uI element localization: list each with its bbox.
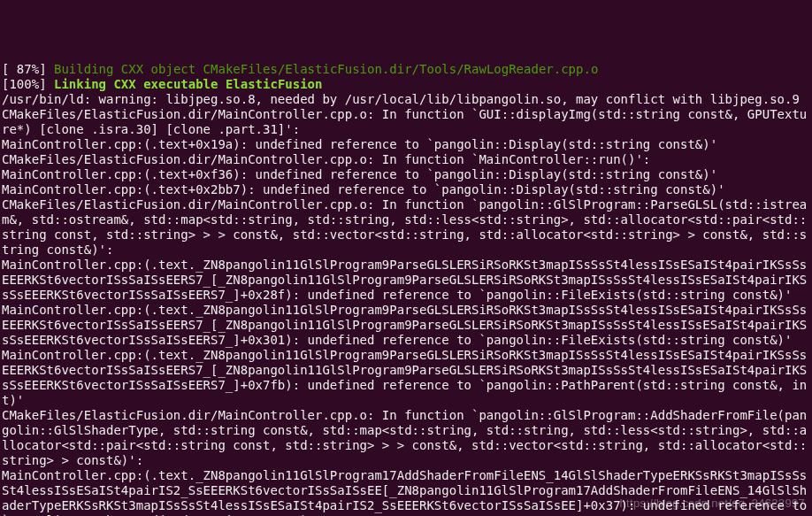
linker-output-line: CMakeFiles/ElasticFusion.dir/MainControl… [2,152,812,167]
build-line-100: [100%] Linking CXX executable ElasticFus… [2,77,812,92]
build-progress-87: [ 87%] [2,62,54,76]
linker-output-line: MainController.cpp:(.text+0x2bb7): undef… [2,182,812,197]
build-progress-100: [100%] [2,77,54,91]
linker-output-line: /usr/bin/ld: warning: libjpeg.so.8, need… [2,92,812,107]
linker-output-line: CMakeFiles/ElasticFusion.dir/MainControl… [2,197,812,258]
linker-output-line: MainController.cpp:(.text._ZN8pangolin11… [2,303,812,348]
linker-output-line: CMakeFiles/ElasticFusion.dir/MainControl… [2,408,812,468]
terminal-output[interactable]: [ 87%] Building CXX object CMakeFiles/El… [2,62,812,516]
linker-output-line: MainController.cpp:(.text+0x19a): undefi… [2,137,812,152]
linker-output-line: MainController.cpp:(.text._ZN8pangolin11… [2,258,812,303]
watermark-text: https://blog.csdn.net/qq_34622997 [620,496,805,511]
build-line-87: [ 87%] Building CXX object CMakeFiles/El… [2,62,812,77]
build-message-building: Building CXX object CMakeFiles/ElasticFu… [54,62,598,76]
linker-output-line: CMakeFiles/ElasticFusion.dir/MainControl… [2,107,812,137]
linker-output-line: MainController.cpp:(.text+0xf36): undefi… [2,167,812,182]
build-message-linking: Linking CXX executable ElasticFusion [54,77,322,91]
linker-output-line: MainController.cpp:(.text._ZN8pangolin11… [2,348,812,408]
